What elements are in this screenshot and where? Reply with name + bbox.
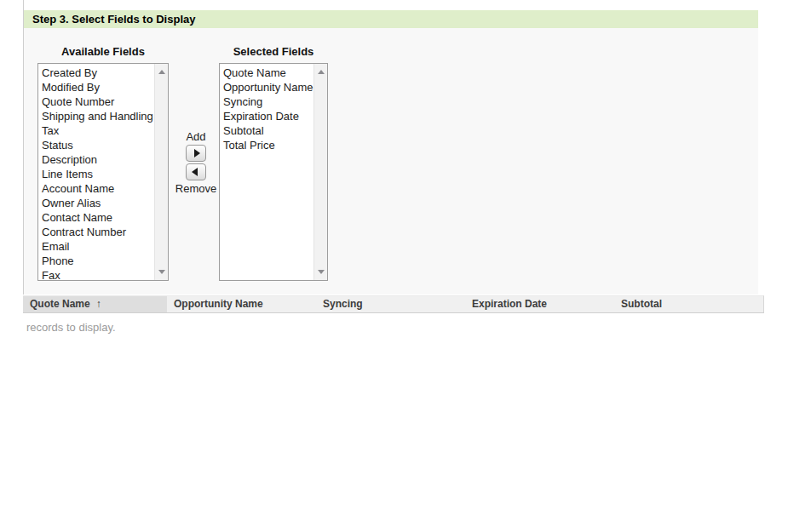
selected-field-option[interactable]: Opportunity Name — [220, 80, 313, 94]
step-title: Step 3. Select Fields to Display — [24, 10, 758, 26]
selected-fields-listbox[interactable]: Quote Name Opportunity Name Syncing Expi… — [219, 63, 328, 281]
add-label: Add — [172, 130, 220, 143]
remove-label: Remove — [172, 182, 220, 195]
available-fields-list: Created By Modified By Quote Number Ship… — [38, 64, 154, 280]
selected-field-option[interactable]: Subtotal — [220, 123, 313, 138]
add-button[interactable] — [186, 145, 206, 162]
column-header-expiration-date[interactable]: Expiration Date — [465, 296, 614, 312]
transfer-controls: Add Remove — [172, 28, 220, 215]
scroll-up-icon[interactable] — [158, 70, 165, 74]
available-field-option[interactable]: Created By — [38, 66, 154, 80]
available-field-option[interactable]: Quote Number — [38, 94, 154, 109]
available-field-option[interactable]: Fax — [38, 268, 154, 280]
available-fields-label: Available Fields — [37, 45, 169, 58]
available-field-option[interactable]: Shipping and Handling — [38, 109, 154, 123]
remove-button[interactable] — [186, 163, 206, 180]
scroll-up-icon[interactable] — [318, 70, 325, 74]
available-field-option[interactable]: Email — [38, 239, 154, 254]
available-field-option[interactable]: Tax — [38, 123, 154, 138]
selected-fields-label: Selected Fields — [219, 45, 328, 58]
available-field-option[interactable]: Status — [38, 138, 154, 152]
column-header-quote-name[interactable]: Quote Name↑ — [23, 296, 167, 312]
scroll-down-icon[interactable] — [158, 270, 165, 274]
column-label: Opportunity Name — [174, 298, 263, 310]
available-field-option[interactable]: Contract Number — [38, 225, 154, 239]
available-field-option[interactable]: Line Items — [38, 167, 154, 181]
selected-field-option[interactable]: Expiration Date — [220, 109, 313, 123]
available-fields-listbox[interactable]: Created By Modified By Quote Number Ship… — [37, 63, 169, 281]
preview-table-header-row: Quote Name↑ Opportunity Name Syncing Exp… — [23, 295, 764, 313]
empty-records-text: records to display. — [26, 321, 116, 334]
selected-field-option[interactable]: Syncing — [220, 94, 313, 109]
available-field-option[interactable]: Modified By — [38, 80, 154, 94]
field-selector-panel: Available Fields Selected Fields Created… — [24, 28, 758, 295]
available-field-option[interactable]: Description — [38, 152, 154, 167]
right-arrow-icon — [194, 149, 200, 157]
scroll-down-icon[interactable] — [318, 270, 325, 274]
column-header-subtotal[interactable]: Subtotal — [614, 296, 763, 312]
available-field-option[interactable]: Phone — [38, 254, 154, 268]
available-field-option[interactable]: Contact Name — [38, 210, 154, 225]
selected-fields-list: Quote Name Opportunity Name Syncing Expi… — [220, 64, 313, 280]
column-header-opportunity-name[interactable]: Opportunity Name — [167, 296, 316, 312]
available-fields-scrollbar[interactable] — [154, 64, 168, 280]
column-label: Quote Name — [30, 298, 90, 310]
available-field-option[interactable]: Account Name — [38, 181, 154, 196]
available-field-option[interactable]: Owner Alias — [38, 196, 154, 210]
sort-ascending-icon: ↑ — [96, 298, 101, 310]
selected-field-option[interactable]: Total Price — [220, 138, 313, 152]
step-header-bar: Step 3. Select Fields to Display — [24, 10, 758, 28]
column-header-syncing[interactable]: Syncing — [316, 296, 465, 312]
column-label: Subtotal — [621, 298, 662, 310]
selected-fields-scrollbar[interactable] — [313, 64, 327, 280]
column-label: Expiration Date — [472, 298, 547, 310]
selected-field-option[interactable]: Quote Name — [220, 66, 313, 80]
column-label: Syncing — [323, 298, 363, 310]
left-arrow-icon — [192, 168, 198, 176]
